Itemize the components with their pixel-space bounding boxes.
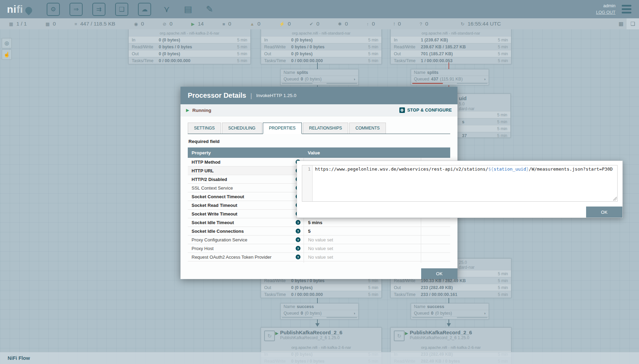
- processor-nar: org.apache.nifi - nifi-standard-nar: [391, 31, 511, 36]
- tab-relationships[interactable]: RELATIONSHIPS: [303, 123, 348, 134]
- status-count: 0: [228, 21, 231, 27]
- property-value[interactable]: No value set: [304, 253, 421, 261]
- connection-label-success-right[interactable]: Name success Queued 0 (0 bytes) ◑: [411, 303, 489, 319]
- status-item: ⚡ 0: [279, 21, 291, 27]
- stop-configure-button[interactable]: ⚙ STOP & CONFIGURE: [399, 107, 452, 113]
- property-row[interactable]: Socket Idle Timeout ? 5 mins: [188, 218, 450, 227]
- processor-title: PublishKafkaRecord_2_6: [280, 328, 381, 335]
- cluster-icon: ▦: [9, 21, 13, 27]
- percent-full-icon: ◑: [483, 311, 486, 315]
- tab-properties[interactable]: PROPERTIES: [263, 123, 302, 134]
- running-status-icon: ▶: [275, 331, 278, 336]
- property-name: HTTP URL: [192, 168, 214, 173]
- breadcrumb[interactable]: NiFi Flow: [8, 355, 30, 361]
- invalid-icon: ▲: [250, 21, 254, 27]
- processor-type: PublishKafkaRecord_2_6 1.25.0: [410, 335, 511, 340]
- breadcrumb-bar: NiFi Flow: [0, 352, 639, 364]
- property-value[interactable]: No value set: [304, 236, 421, 244]
- tab-scheduling[interactable]: SCHEDULING: [222, 123, 262, 134]
- running-status-icon: ▶: [186, 108, 189, 113]
- property-name: Proxy Host: [192, 246, 214, 251]
- tab-comments[interactable]: COMMENTS: [349, 123, 386, 134]
- template-icon[interactable]: ▤: [182, 3, 194, 15]
- property-row[interactable]: Proxy Host ? No value set: [188, 244, 450, 253]
- hand-icon: ☝: [3, 51, 10, 58]
- status-item: ↑ 0: [367, 21, 375, 27]
- status-item: ↻ 16:55:44 UTC: [461, 21, 501, 27]
- running-icon: ▶: [191, 21, 195, 27]
- status-count: 0: [398, 21, 401, 27]
- process-group-icon[interactable]: ❑: [115, 3, 128, 16]
- input-port-icon[interactable]: ⇒: [70, 3, 83, 16]
- status-item: ? 0: [419, 21, 428, 27]
- connection-label-splits-right[interactable]: Name splits Queued 437 (115.91 KB) ◑: [411, 69, 489, 85]
- table-header: Property Value: [188, 147, 450, 158]
- dialog-ok-button[interactable]: OK: [421, 268, 457, 279]
- connection-label-splits-left[interactable]: Name splits Queued 0 (0 bytes) ◑: [280, 69, 359, 85]
- help-icon[interactable]: ?: [296, 229, 300, 233]
- stat-row: Out 0 (0 bytes) 5 min: [261, 50, 381, 57]
- note-icon[interactable]: ❏: [627, 18, 639, 29]
- help-icon[interactable]: ?: [296, 255, 300, 259]
- resize-handle[interactable]: [613, 197, 617, 201]
- funnel-icon[interactable]: ⋎: [161, 3, 173, 15]
- status-item: ■ 0: [222, 21, 231, 27]
- grid-icon[interactable]: ▦: [615, 18, 627, 29]
- property-name: Socket Idle Timeout: [192, 220, 234, 225]
- property-row[interactable]: Socket Idle Connections ? 5: [188, 227, 450, 236]
- ports-icon: ▩: [45, 21, 49, 27]
- property-name: Socket Write Timeout: [192, 211, 237, 217]
- property-value[interactable]: No value set: [304, 261, 421, 263]
- value-editor-input[interactable]: https://www.pegelonline.wsv.de/webservic…: [313, 165, 617, 201]
- navigate-palette-button[interactable]: ◎: [2, 38, 12, 48]
- status-count: 0: [169, 21, 173, 27]
- stat-row: Out 233 (282.49 KB) 5 min: [391, 284, 511, 291]
- nifi-drop-icon: [24, 5, 34, 15]
- status-bar: ▦ 1 / 1 ▩ 0 ≡ 447 / 118.5 KB ◉ 0 ⊘ 0 ▶ 1…: [0, 18, 639, 29]
- property-row[interactable]: Request Username ? No value set: [188, 261, 450, 263]
- remote-process-group-icon[interactable]: ☁: [138, 3, 151, 16]
- property-name: Socket Read Timeout: [192, 203, 237, 208]
- status-item: ▦ 1 / 1: [9, 21, 27, 27]
- help-icon[interactable]: ?: [296, 237, 300, 242]
- stat-row: Tasks/Time 0 / 00:00:00.000 5 min: [129, 57, 250, 64]
- status-item: ≡ 447 / 118.5 KB: [74, 21, 115, 27]
- help-icon: ?: [419, 21, 422, 27]
- status-count: 1 / 1: [16, 21, 27, 27]
- stale-icon: ↑: [367, 21, 369, 27]
- editor-ok-button[interactable]: OK: [586, 207, 622, 218]
- label-icon[interactable]: ✎: [204, 3, 215, 15]
- processor-icon: ↻: [394, 331, 405, 341]
- processor-icon[interactable]: ⚙: [47, 3, 60, 16]
- operate-palette-button[interactable]: ☝: [2, 49, 12, 60]
- property-value[interactable]: No value set: [304, 244, 421, 252]
- help-icon[interactable]: ?: [296, 246, 300, 251]
- help-icon[interactable]: ?: [296, 220, 300, 225]
- logout-link[interactable]: LOG OUT: [596, 9, 615, 16]
- tab-settings[interactable]: SETTINGS: [188, 123, 221, 134]
- stat-row: In 0 (0 bytes) 5 min: [261, 36, 381, 43]
- output-port-icon[interactable]: ⇉: [92, 3, 105, 16]
- status-row: ▶ Running ⚙ STOP & CONFIGURE: [180, 104, 457, 116]
- property-value[interactable]: 5 mins: [304, 218, 421, 227]
- status-item: ✱ 0: [338, 21, 348, 27]
- connection-label-success-left[interactable]: Name success Queued 0 (0 bytes) ◑: [280, 303, 359, 319]
- property-name: HTTP/2 Disabled: [192, 177, 227, 182]
- property-name: Request OAuth2 Access Token Provider: [192, 255, 271, 260]
- property-name: Proxy Configuration Service: [192, 237, 247, 242]
- property-row[interactable]: Proxy Configuration Service ? No value s…: [188, 236, 450, 244]
- menu-icon[interactable]: [622, 5, 631, 13]
- status-count: 447 / 118.5 KB: [80, 21, 115, 27]
- current-user: admin: [603, 3, 615, 8]
- stat-row: Tasks/Time 0 / 00:00:00.000 5 min: [261, 57, 381, 64]
- required-field-note: Required field: [188, 139, 457, 144]
- status-count: 0: [258, 21, 261, 27]
- refresh-icon[interactable]: ↻: [461, 21, 464, 27]
- running-status-icon: ▶: [405, 331, 408, 336]
- processor-type: PublishKafkaRecord_2_6 1.25.0: [280, 335, 381, 340]
- value-editor: 1 https://www.pegelonline.wsv.de/webserv…: [302, 165, 618, 202]
- property-row[interactable]: Request OAuth2 Access Token Provider ? N…: [188, 253, 450, 261]
- status-count: 14: [198, 21, 204, 27]
- property-value[interactable]: 5: [304, 227, 421, 235]
- stat-row: In 1 (239.67 KB) 5 min: [391, 36, 511, 43]
